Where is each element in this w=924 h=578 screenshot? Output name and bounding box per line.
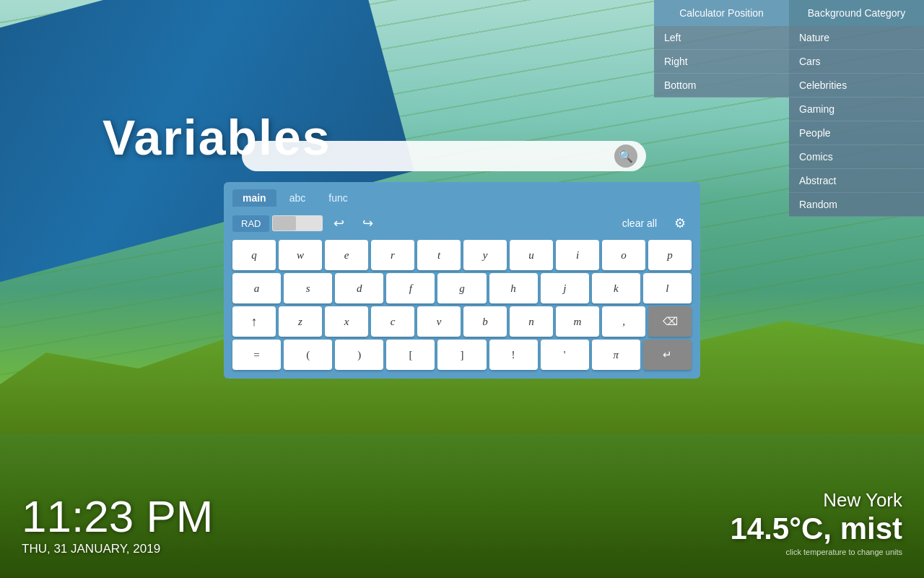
weather-city: New York <box>730 489 902 512</box>
key-comma[interactable]: , <box>602 306 645 337</box>
clock-area: 11:23 PM THU, 31 JANUARY, 2019 <box>22 494 213 556</box>
key-enter[interactable]: ↵ <box>643 340 692 370</box>
key-p[interactable]: p <box>648 240 692 270</box>
key-s[interactable]: s <box>284 273 332 303</box>
category-nature[interactable]: Nature <box>789 26 924 50</box>
category-random[interactable]: Random <box>789 193 924 217</box>
key-shift[interactable]: ↑ <box>232 306 276 337</box>
redo-button[interactable]: ↪ <box>354 212 380 234</box>
key-lparen[interactable]: ( <box>284 340 332 370</box>
key-a[interactable]: a <box>232 273 281 303</box>
search-input[interactable] <box>250 150 614 163</box>
tab-func[interactable]: func <box>318 189 357 207</box>
key-apostrophe[interactable]: ' <box>541 340 589 370</box>
weather-click-hint: click temperature to change units <box>730 548 902 556</box>
key-o[interactable]: o <box>602 240 645 270</box>
key-i[interactable]: i <box>556 240 599 270</box>
key-n[interactable]: n <box>510 306 553 337</box>
position-dropdown: Calculator Position Left Right Bottom <box>654 0 789 217</box>
kbd-row-2: a s d f g h j k l <box>232 273 692 303</box>
key-equals[interactable]: = <box>232 340 281 370</box>
tab-main[interactable]: main <box>232 189 276 207</box>
key-j[interactable]: j <box>541 273 589 303</box>
key-h[interactable]: h <box>489 273 538 303</box>
undo-button[interactable]: ↩ <box>326 212 352 234</box>
key-rparen[interactable]: ) <box>335 340 383 370</box>
weather-temp[interactable]: 14.5°C, mist <box>730 512 902 546</box>
keyboard-grid: q w e r t y u i o p a s d f g h j k l ↑ … <box>232 240 692 370</box>
calc-tabs: main abc func <box>232 189 692 207</box>
position-bottom[interactable]: Bottom <box>654 74 789 98</box>
clock-time: 11:23 PM <box>22 494 213 539</box>
key-z[interactable]: z <box>279 306 322 337</box>
rad-button[interactable]: RAD <box>232 215 269 232</box>
category-celebrities[interactable]: Celebrities <box>789 74 924 98</box>
category-dropdown: Background Category Nature Cars Celebrit… <box>789 0 924 217</box>
search-button[interactable]: 🔍 <box>614 144 637 168</box>
key-u[interactable]: u <box>510 240 553 270</box>
category-people[interactable]: People <box>789 121 924 145</box>
kbd-row-4: = ( ) [ ] ! ' π ↵ <box>232 340 692 370</box>
key-t[interactable]: t <box>417 240 461 270</box>
key-m[interactable]: m <box>556 306 599 337</box>
category-header: Background Category <box>789 0 924 26</box>
key-f[interactable]: f <box>386 273 435 303</box>
category-gaming[interactable]: Gaming <box>789 98 924 121</box>
key-b[interactable]: b <box>463 306 507 337</box>
key-w[interactable]: w <box>279 240 322 270</box>
mode-row: RAD ↩ ↪ clear all ⚙ <box>232 212 692 234</box>
key-c[interactable]: c <box>371 306 414 337</box>
key-lbracket[interactable]: [ <box>386 340 435 370</box>
category-abstract[interactable]: Abstract <box>789 169 924 193</box>
category-comics[interactable]: Comics <box>789 145 924 169</box>
tab-abc[interactable]: abc <box>279 189 316 207</box>
key-delete[interactable]: ⌫ <box>648 306 692 337</box>
key-exclaim[interactable]: ! <box>489 340 538 370</box>
key-y[interactable]: y <box>463 240 507 270</box>
key-q[interactable]: q <box>232 240 276 270</box>
key-d[interactable]: d <box>335 273 383 303</box>
key-v[interactable]: v <box>417 306 461 337</box>
category-cars[interactable]: Cars <box>789 50 924 74</box>
kbd-row-3: ↑ z x c v b n m , ⌫ <box>232 306 692 337</box>
mode-toggle[interactable] <box>272 215 323 231</box>
key-x[interactable]: x <box>325 306 368 337</box>
clear-button[interactable]: clear all <box>614 215 666 232</box>
key-g[interactable]: g <box>437 273 486 303</box>
kbd-row-1: q w e r t y u i o p <box>232 240 692 270</box>
search-bar: 🔍 <box>242 141 646 171</box>
key-pi[interactable]: π <box>592 340 640 370</box>
dropdown-container: Calculator Position Left Right Bottom Ba… <box>654 0 924 217</box>
key-l[interactable]: l <box>643 273 692 303</box>
key-rbracket[interactable]: ] <box>437 340 486 370</box>
key-r[interactable]: r <box>371 240 414 270</box>
position-header: Calculator Position <box>654 0 789 26</box>
calculator-panel: main abc func RAD ↩ ↪ clear all ⚙ q w e … <box>224 182 700 379</box>
key-k[interactable]: k <box>592 273 640 303</box>
key-e[interactable]: e <box>325 240 368 270</box>
position-right[interactable]: Right <box>654 50 789 74</box>
weather-area: New York 14.5°C, mist click temperature … <box>730 489 902 556</box>
mode-toggle-knob <box>273 216 296 230</box>
clock-date: THU, 31 JANUARY, 2019 <box>22 542 213 556</box>
position-left[interactable]: Left <box>654 26 789 50</box>
